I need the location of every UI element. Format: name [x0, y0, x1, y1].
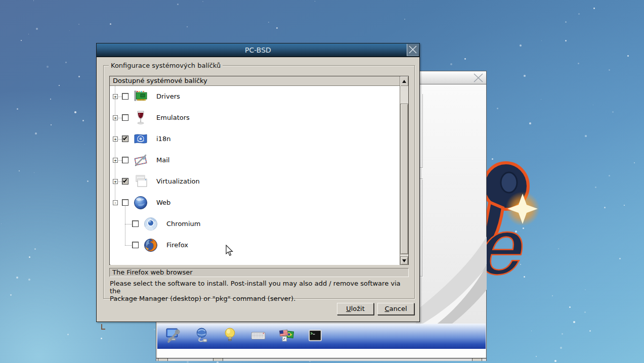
tree-label: Mail: [156, 150, 169, 171]
wizard-close-icon[interactable]: [473, 73, 484, 83]
instructions-line-1: Please select the software to install. P…: [110, 280, 413, 295]
tree-row-chromium[interactable]: Chromium: [110, 213, 400, 235]
scrollbar-up-button[interactable]: [400, 76, 408, 86]
scrollbar-thumb[interactable]: [400, 104, 408, 254]
tree-label: Emulators: [156, 107, 190, 128]
hidden-groupbox-edge: [422, 94, 423, 167]
button-mnemonic: C: [384, 305, 389, 312]
keyboard-icon[interactable]: [250, 327, 267, 344]
resize-grip[interactable]: [158, 358, 168, 361]
tree-row-firefox[interactable]: Firefox: [110, 235, 400, 256]
button-label: ancel: [390, 305, 407, 312]
checkbox-emulators[interactable]: [122, 114, 128, 121]
checkbox-chromium[interactable]: [132, 220, 139, 227]
stacked-windows-icon: [133, 173, 149, 190]
resize-grip[interactable]: [213, 358, 223, 361]
tree-label: i18n: [156, 128, 170, 150]
tree-row-drivers[interactable]: + Drivers: [110, 86, 400, 107]
checkbox-i18n[interactable]: [122, 135, 128, 142]
tree-label: Web: [156, 192, 170, 213]
dialog-title: PC-BSD: [97, 43, 419, 57]
instructions-line-2: Package Manager (desktop) or "pkg" comma…: [110, 295, 413, 302]
resize-grip[interactable]: [472, 358, 482, 361]
wizard-statusbar: [157, 349, 486, 358]
dialog-titlebar[interactable]: PC-BSD: [97, 43, 419, 57]
check-icon: [123, 136, 127, 141]
scroll-up-icon: [402, 80, 406, 83]
expand-toggle[interactable]: +: [113, 115, 118, 120]
tree-row-mail[interactable]: + Mail: [110, 150, 400, 171]
package-tree: + Drivers +: [110, 86, 400, 265]
tree-label: Firefox: [166, 235, 188, 256]
tree-label: Drivers: [156, 86, 180, 107]
save-button[interactable]: Uložit: [337, 303, 374, 315]
localization-flags-icon[interactable]: [278, 327, 295, 344]
pci-card-icon: [133, 88, 149, 105]
package-description-box: The Firefox web browser: [109, 268, 409, 277]
checkbox-web[interactable]: [122, 199, 128, 206]
collapse-toggle[interactable]: -: [113, 200, 118, 205]
close-icon: [407, 44, 418, 55]
wallpaper-branch-mark: [101, 324, 105, 330]
mouse-cursor: [226, 245, 233, 256]
un-flag-icon: [133, 131, 149, 147]
button-label: ložit: [351, 305, 365, 312]
scroll-down-icon: [402, 259, 406, 262]
checkbox-virtualization[interactable]: [122, 178, 128, 185]
package-list: Dostupné systémové balíčky +: [109, 76, 409, 265]
network-icon[interactable]: [193, 327, 210, 344]
firefox-icon: [143, 237, 159, 253]
pcbsd-9e-wallpaper-logo: e: [470, 149, 582, 296]
expand-toggle[interactable]: +: [113, 137, 118, 142]
globe-icon: [133, 195, 149, 211]
envelope-pen-icon: [133, 152, 149, 168]
instructions-text: Please select the software to install. P…: [110, 280, 413, 302]
column-header-label: Dostupné systémové balíčky: [113, 77, 207, 84]
tree-label: Virtualization: [156, 171, 200, 192]
check-icon: [123, 178, 127, 183]
chromium-icon: [143, 216, 159, 232]
wizard-bottom-border: [156, 358, 486, 361]
tree-row-i18n[interactable]: + i18n: [110, 128, 400, 150]
hint-bulb-icon[interactable]: [222, 327, 238, 344]
system-settings-icon[interactable]: [165, 327, 182, 344]
list-column-header[interactable]: Dostupné systémové balíčky: [110, 76, 408, 86]
vertical-scrollbar[interactable]: [400, 86, 408, 265]
package-description-text: The Firefox web browser: [112, 268, 193, 276]
cancel-button[interactable]: Cancel: [377, 303, 414, 315]
tree-row-emulators[interactable]: + Emulators: [110, 107, 400, 128]
checkbox-drivers[interactable]: [122, 93, 128, 100]
tree-label: Chromium: [166, 213, 201, 235]
terminal-icon[interactable]: [307, 327, 323, 344]
wine-glass-icon: [133, 110, 149, 126]
scrollbar-down-button[interactable]: [400, 256, 408, 265]
expand-toggle[interactable]: +: [113, 179, 118, 184]
wizard-toolbar: Zrušit Zpět Další: [157, 324, 486, 349]
pcbsd-package-dialog: PC-BSD Konfigurace systémových balíčků D…: [96, 43, 420, 322]
groupbox-label: Konfigurace systémových balíčků: [109, 62, 223, 69]
tree-row-virtualization[interactable]: + Virtualization: [110, 171, 400, 192]
checkbox-mail[interactable]: [122, 157, 128, 163]
expand-toggle[interactable]: +: [113, 158, 118, 163]
checkbox-firefox[interactable]: [132, 242, 139, 248]
tree-row-web[interactable]: - Web: [110, 192, 400, 213]
expand-toggle[interactable]: +: [113, 94, 118, 99]
dialog-close-button[interactable]: [407, 44, 419, 56]
button-mnemonic: U: [346, 305, 351, 312]
